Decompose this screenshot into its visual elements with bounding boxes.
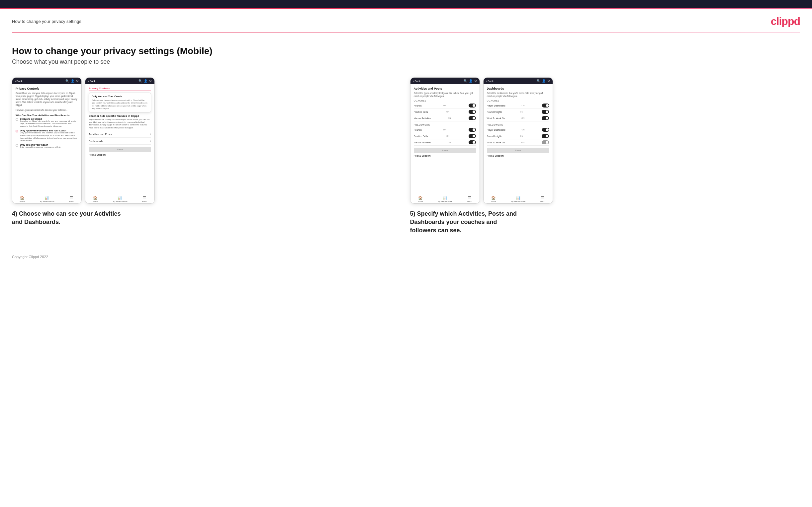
screen1-option2-desc: Only approved followers and coaches you … [20,132,78,142]
screen1-tab-perf[interactable]: 📊 My Performance [40,196,54,203]
screen4-coaches-player: Player Dashboard ON [487,103,549,109]
screen2-help: Help & Support [89,154,151,156]
rounds-toggle[interactable] [469,104,476,108]
drills-toggle[interactable] [469,134,476,138]
screen2-save-button[interactable]: Save [89,147,151,152]
screen2-tab-home[interactable]: 🏠 Home [93,196,98,203]
screen2-tab-menu[interactable]: ☰ Menu [142,196,147,203]
people-icon[interactable]: 👤 [469,79,472,82]
rounds-toggle[interactable] [469,128,476,132]
screen1-tab-home[interactable]: 🏠 Home [19,196,25,203]
screen4-followers-workon: What To Work On ON [487,139,549,146]
screen1-radio3[interactable] [16,144,18,147]
screen2-bottombar: 🏠 Home 📊 My Performance ☰ Menu [85,194,154,204]
on-label: ON [446,111,449,113]
back-label: Back [414,79,420,82]
menu-icon: ☰ [70,196,73,200]
search-icon[interactable]: 🔍 [139,79,142,82]
screen4-tab-menu[interactable]: ☰ Menu [540,196,545,203]
manual-toggle[interactable] [469,116,476,120]
screen3-help: Help & Support [414,155,476,157]
manual-label: Manual Activities [414,117,431,119]
drills-label: Practice Drills [414,135,428,137]
screen1-option2-label: Only Approved Followers and Your Coach [20,129,78,132]
screen3-tab-home[interactable]: 🏠 Home [418,196,423,203]
work-on-toggle[interactable] [542,116,549,120]
screen4-save-button[interactable]: Save [487,148,549,153]
screen1-option3-label: Only You and Your Coach [20,144,60,146]
settings-icon[interactable]: ⚙ [474,79,477,82]
screen1-radio1[interactable] [16,118,18,121]
screen1-option3-desc: Only you and the coaches you connect wit… [20,146,60,149]
chevron-right-icon: › [150,132,151,136]
show-hide-section: Show or hide specific features in Clippd… [89,114,151,129]
screen1-option1[interactable]: Everyone on Clippd Everyone on Clippd ca… [16,118,78,128]
screen4-tab-home[interactable]: 🏠 Home [491,196,496,203]
screen4-content: Dashboards Select the dashboards that yo… [484,84,553,194]
screen3-coaches-manual: Manual Activities ON [414,115,476,121]
back-label: Back [90,79,96,82]
back-label: Back [16,79,22,82]
screen4-help: Help & Support [487,155,549,157]
player-dash-toggle[interactable] [542,104,549,108]
settings-icon[interactable]: ⚙ [547,79,550,82]
on-label: ON [448,142,451,143]
screen1-nav-icons: 🔍 👤 ⚙ [65,79,79,82]
screen3-coaches-rounds: Rounds ON [414,103,476,109]
people-icon[interactable]: 👤 [542,79,546,82]
copyright-text: Copyright Clippd 2022 [12,255,48,259]
round-insights-toggle[interactable] [542,134,549,138]
left-section: ‹ Back 🔍 👤 ⚙ Privacy Controls Control ho… [12,77,402,226]
performance-icon: 📊 [443,196,447,200]
screen4-tab-perf[interactable]: 📊 My Performance [511,196,525,203]
screen3-tab-menu[interactable]: ☰ Menu [467,196,472,203]
screen2-activities-row[interactable]: Activities and Posts › [89,131,151,138]
screen1-tab-menu[interactable]: ☰ Menu [69,196,74,203]
screen3-back-button[interactable]: ‹ Back [413,79,420,82]
show-hide-title: Show or hide specific features in Clippd [89,114,151,117]
search-icon[interactable]: 🔍 [65,79,69,82]
menu-label: Menu [142,201,147,203]
screen1-option1-label: Everyone on Clippd [20,118,78,120]
screen4-back-button[interactable]: ‹ Back [486,79,494,82]
people-icon[interactable]: 👤 [71,79,74,82]
screen2-navbar: ‹ Back 🔍 👤 ⚙ [85,78,154,84]
menu-icon: ☰ [143,196,146,200]
screen1-title: Privacy Controls [16,87,78,90]
manual-toggle[interactable] [469,140,476,144]
screen3-save-button[interactable]: Save [414,148,476,153]
chevron-left-icon: ‹ [15,79,16,82]
screen2-tab-perf[interactable]: 📊 My Performance [113,196,127,203]
screen1-radio2[interactable] [16,130,18,132]
settings-icon[interactable]: ⚙ [76,79,79,82]
rounds-label: Rounds [414,129,422,131]
on-label: ON [520,111,523,113]
screen2-back-button[interactable]: ‹ Back [88,79,95,82]
chevron-left-icon: ‹ [88,79,89,82]
screen1-body: Control how you and your data appears to… [16,92,78,107]
round-insights-toggle[interactable] [542,110,549,114]
perf-label: My Performance [438,201,452,203]
home-label: Home [491,201,496,203]
screen4-followers-player: Player Dashboard ON [487,127,549,133]
screen1-back-button[interactable]: ‹ Back [15,79,22,82]
screenshots-row: ‹ Back 🔍 👤 ⚙ Privacy Controls Control ho… [12,77,800,235]
right-section: ‹ Back 🔍 👤 ⚙ Activities and Posts Select… [410,77,800,235]
home-label: Home [418,201,423,203]
screen3-coaches-label: COACHES [414,100,476,102]
search-icon[interactable]: 🔍 [537,79,540,82]
people-icon[interactable]: 👤 [144,79,147,82]
screen3-tab-perf[interactable]: 📊 My Performance [438,196,452,203]
screen3-followers-drills: Practice Drills ON [414,133,476,139]
footer: Copyright Clippd 2022 [0,248,812,266]
screen4-coaches-insights: Round Insights ON [487,109,549,115]
search-icon[interactable]: 🔍 [464,79,467,82]
settings-icon[interactable]: ⚙ [149,79,152,82]
back-label: Back [488,79,494,82]
work-on-toggle-off[interactable] [542,140,549,144]
screen1-option3[interactable]: Only You and Your Coach Only you and the… [16,144,78,149]
player-dash-toggle[interactable] [542,128,549,132]
screen1-option2[interactable]: Only Approved Followers and Your Coach O… [16,129,78,142]
screen2-dashboards-row[interactable]: Dashboards › [89,138,151,145]
drills-toggle[interactable] [469,110,476,114]
